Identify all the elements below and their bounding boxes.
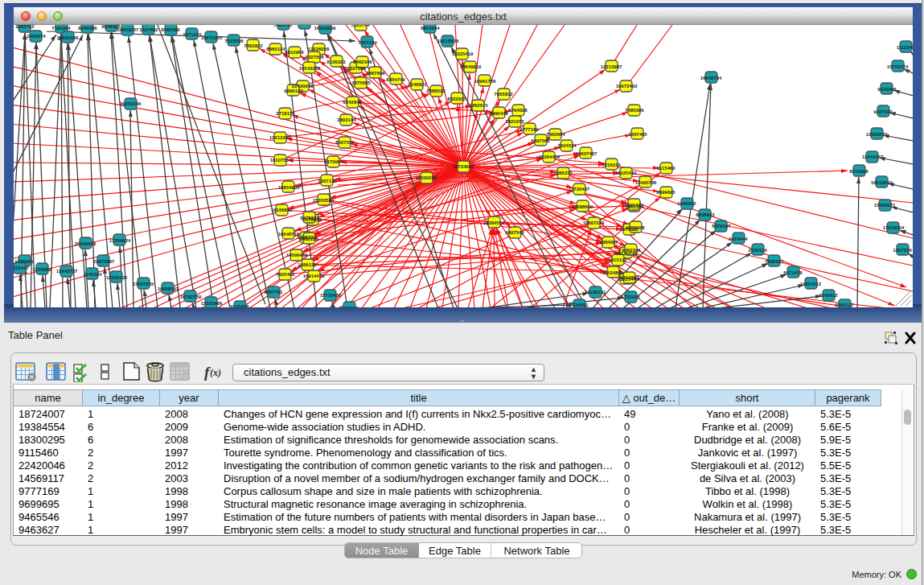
svg-text:16033809: 16033809 [314, 26, 336, 31]
svg-text:10653257: 10653257 [117, 27, 139, 32]
svg-text:9129966: 9129966 [877, 87, 897, 92]
svg-text:9756928: 9756928 [626, 225, 645, 230]
svg-text:7234561: 7234561 [569, 303, 589, 307]
svg-text:7955812: 7955812 [494, 92, 513, 97]
svg-text:20053346: 20053346 [120, 101, 142, 106]
svg-text:9327508: 9327508 [347, 66, 366, 71]
svg-text:18300295: 18300295 [416, 175, 437, 180]
svg-text:2588520: 2588520 [426, 89, 446, 93]
svg-text:9882225: 9882225 [299, 237, 318, 241]
svg-text:8454749: 8454749 [386, 77, 405, 82]
svg-text:18640910: 18640910 [460, 64, 482, 69]
svg-text:14136141: 14136141 [585, 290, 606, 295]
svg-text:9777169: 9777169 [519, 127, 539, 132]
svg-text:1297465: 1297465 [628, 132, 647, 137]
svg-text:2055712: 2055712 [15, 25, 35, 29]
svg-text:2803144: 2803144 [337, 117, 356, 122]
svg-text:1156829: 1156829 [32, 267, 51, 272]
svg-text:9242848: 9242848 [343, 100, 362, 105]
svg-text:1983452: 1983452 [294, 25, 314, 26]
svg-text:8136323: 8136323 [326, 60, 346, 64]
svg-text:13495786: 13495786 [635, 180, 657, 185]
svg-text:5523764: 5523764 [351, 25, 370, 27]
svg-text:9457791: 9457791 [264, 290, 283, 295]
svg-text:6794028: 6794028 [508, 108, 528, 113]
svg-text:15353594: 15353594 [313, 198, 335, 203]
svg-text:16854906: 16854906 [278, 185, 300, 190]
svg-text:8990448: 8990448 [489, 111, 508, 116]
svg-text:19166822: 19166822 [271, 208, 293, 212]
svg-text:9123456: 9123456 [230, 304, 249, 307]
svg-text:12444157: 12444157 [862, 154, 884, 159]
svg-text:1640952: 1640952 [677, 201, 696, 206]
svg-text:13325419: 13325419 [452, 51, 474, 56]
svg-text:12213389: 12213389 [269, 135, 291, 140]
svg-text:7191344: 7191344 [51, 26, 71, 31]
svg-text:1145194: 1145194 [83, 272, 102, 277]
svg-text:3915442: 3915442 [14, 266, 29, 270]
svg-text:15751074: 15751074 [887, 64, 909, 69]
svg-text:9890123: 9890123 [284, 89, 303, 93]
svg-text:1435061: 1435061 [14, 259, 34, 264]
svg-text:9607546: 9607546 [505, 230, 524, 235]
svg-text:16914479: 16914479 [303, 274, 325, 278]
svg-text:20364436: 20364436 [539, 154, 561, 159]
svg-text:12093872: 12093872 [866, 132, 888, 137]
svg-text:15720407: 15720407 [569, 187, 590, 192]
svg-text:9356127: 9356127 [835, 303, 854, 307]
svg-text:7663822: 7663822 [244, 43, 263, 48]
svg-text:20206536: 20206536 [75, 241, 97, 246]
svg-text:7515526: 7515526 [224, 39, 244, 43]
svg-text:8912954: 8912954 [285, 50, 304, 55]
svg-text:8813054: 8813054 [421, 26, 440, 31]
svg-text:3267130: 3267130 [318, 179, 337, 183]
svg-text:1733426: 1733426 [621, 295, 640, 299]
svg-text:10688609: 10688609 [572, 204, 593, 209]
svg-text:9227342: 9227342 [873, 109, 893, 114]
svg-text:10958107: 10958107 [158, 286, 179, 291]
svg-text:16543362: 16543362 [299, 66, 321, 71]
svg-text:9699695: 9699695 [656, 190, 676, 195]
svg-text:17016504: 17016504 [883, 225, 905, 230]
svg-text:16648784: 16648784 [700, 76, 722, 80]
svg-text:16671355: 16671355 [201, 35, 223, 40]
svg-text:8427552: 8427552 [335, 140, 355, 145]
svg-text:13226058: 13226058 [308, 47, 330, 51]
svg-text:16782759: 16782759 [180, 295, 202, 299]
svg-text:1112345: 1112345 [897, 45, 913, 50]
svg-text:14099469: 14099469 [286, 253, 308, 257]
svg-text:8123456: 8123456 [339, 306, 359, 307]
svg-text:5462346: 5462346 [353, 60, 372, 64]
svg-text:2718176: 2718176 [276, 111, 295, 116]
svg-text:20691406: 20691406 [57, 35, 79, 40]
svg-text:7357224: 7357224 [358, 40, 377, 45]
svg-text:10025433: 10025433 [615, 171, 637, 175]
svg-text:19218506: 19218506 [437, 39, 459, 43]
svg-text:17957255: 17957255 [133, 282, 154, 286]
svg-text:12942737: 12942737 [56, 269, 78, 274]
svg-text:9214563: 9214563 [620, 275, 639, 280]
svg-text:5678833: 5678833 [300, 216, 319, 220]
svg-text:15716485: 15716485 [320, 293, 342, 298]
svg-text:9474444: 9474444 [729, 237, 748, 241]
svg-text:(x): (x) [210, 367, 221, 378]
svg-text:1615132: 1615132 [608, 257, 627, 262]
svg-text:6216012: 6216012 [602, 163, 621, 167]
svg-text:9170064: 9170064 [324, 159, 343, 164]
svg-text:1405574: 1405574 [27, 34, 46, 39]
svg-text:8215958: 8215958 [849, 169, 869, 174]
svg-text:3624534: 3624534 [557, 143, 577, 148]
svg-text:8938923: 8938923 [696, 212, 715, 217]
svg-text:8322037: 8322037 [447, 97, 466, 101]
svg-text:9146821: 9146821 [408, 82, 427, 87]
svg-text:12505135: 12505135 [106, 275, 128, 280]
svg-text:12323466: 12323466 [201, 301, 223, 306]
svg-text:18724007: 18724007 [453, 164, 474, 169]
svg-text:1489123: 1489123 [298, 262, 317, 267]
svg-text:9115460: 9115460 [656, 166, 676, 171]
svg-text:7625402: 7625402 [276, 272, 295, 277]
svg-text:6379197: 6379197 [712, 224, 731, 229]
svg-text:1071915: 1071915 [183, 32, 202, 37]
svg-text:8466160: 8466160 [161, 27, 180, 32]
svg-text:10607467: 10607467 [576, 151, 598, 156]
